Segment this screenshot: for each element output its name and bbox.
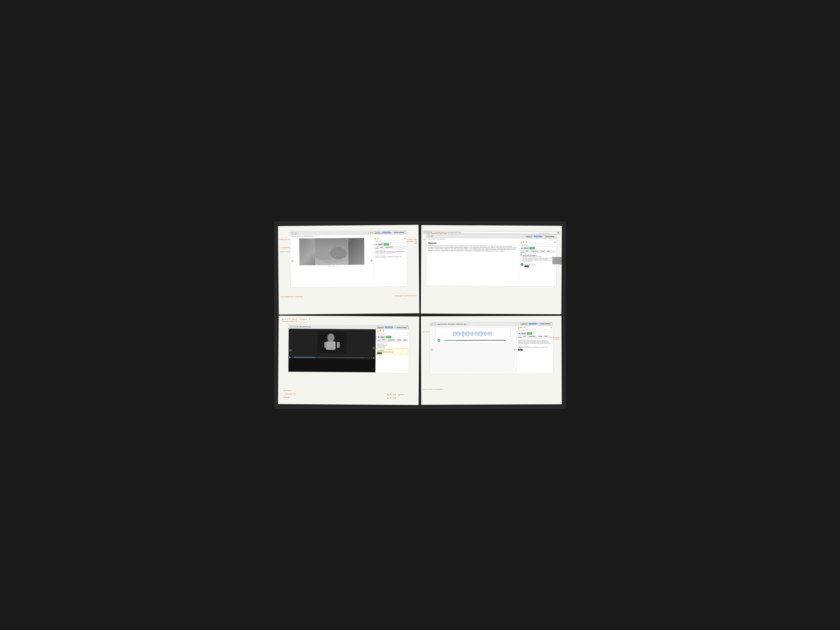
attachment-icon-bl: 📎 bbox=[377, 346, 379, 347]
tab-notes-tl[interactable]: notes bbox=[379, 246, 384, 248]
close-icon-tl[interactable]: ✕ bbox=[404, 237, 406, 239]
tab-ratings-bl[interactable]: ratings bbox=[396, 339, 402, 341]
svg-rect-10 bbox=[453, 332, 454, 336]
options-btn-tr[interactable]: Options ▾ bbox=[526, 235, 533, 237]
next-btn-tl[interactable]: › bbox=[370, 259, 373, 262]
note-input-tr[interactable] bbox=[520, 244, 556, 247]
tab-assignments-br[interactable]: assignments bbox=[527, 335, 537, 338]
add-btn-br[interactable]: Add bbox=[527, 332, 532, 335]
options-btn-bl[interactable]: Options ▾ bbox=[377, 326, 384, 328]
tab-all-tr[interactable]: all bbox=[521, 250, 524, 252]
close-icon-tr[interactable]: ✕ bbox=[554, 242, 556, 243]
back-btn-bl[interactable]: ‹ bbox=[290, 325, 292, 328]
fwd-btn-tr[interactable]: › bbox=[431, 235, 433, 237]
thumb-down-icon-tr[interactable]: 👎 bbox=[526, 242, 527, 243]
circle-x-2: ⊗ bbox=[371, 357, 372, 359]
tab-labels-tr[interactable]: labels bbox=[546, 250, 551, 252]
options-btn-br[interactable]: Options ▾ bbox=[520, 323, 528, 325]
tab-notes-br[interactable]: notes bbox=[522, 335, 527, 338]
tab-assignments-tl[interactable]: assignments bbox=[384, 246, 393, 248]
team-dropdown-bl[interactable]: Team ▾ bbox=[380, 336, 386, 338]
refresh-icon-tr[interactable]: ↻ bbox=[558, 232, 559, 234]
fwd-btn-bl[interactable]: › bbox=[293, 326, 295, 328]
next-btn-br[interactable]: › bbox=[513, 348, 516, 351]
prev-btn-tl[interactable]: ‹ bbox=[291, 260, 294, 262]
add-btn-tl[interactable]: Add bbox=[384, 243, 389, 245]
progress-bar-br[interactable] bbox=[444, 340, 506, 341]
tab-bar-bl: all notes assignments ratings labels bbox=[377, 338, 408, 342]
team-dropdown-tl[interactable]: Team ▾ bbox=[377, 243, 383, 246]
thumb-down-icon-br[interactable]: 👎 bbox=[523, 327, 525, 328]
thumb-up-icon-tr[interactable]: 👍 bbox=[520, 242, 522, 243]
svg-rect-25 bbox=[475, 332, 476, 336]
add-btn-tr[interactable]: Add bbox=[530, 247, 535, 249]
activity-rating-tab-br[interactable]: Activity & Rating bbox=[539, 322, 552, 325]
back-btn-tr[interactable]: ‹ bbox=[428, 235, 430, 237]
svg-rect-20 bbox=[468, 331, 469, 336]
tab-ratings-tr[interactable]: ratings bbox=[540, 250, 545, 252]
back-btn-tl[interactable]: ‹ bbox=[291, 232, 294, 234]
thumb-down-icon-tl[interactable]: 👎 bbox=[377, 238, 379, 240]
play-btn-bl[interactable]: ▶ bbox=[289, 356, 291, 358]
team-icon-bl: 👤 bbox=[378, 336, 379, 338]
thumb-up-icon-bl[interactable]: 👍 bbox=[377, 330, 379, 332]
note-input-br[interactable] bbox=[518, 329, 552, 332]
english-btn-bl[interactable]: English bbox=[377, 352, 382, 354]
tab-labels-bl[interactable]: labels bbox=[403, 339, 408, 341]
thumb-up-icon-tl[interactable]: 👍 bbox=[374, 238, 376, 240]
activity-rating-tab-bl[interactable]: Activity & Rating bbox=[395, 326, 408, 329]
status-badge-br[interactable]: In Progress bbox=[529, 323, 537, 325]
fwd-btn-br[interactable]: › bbox=[434, 323, 436, 325]
svg-rect-22 bbox=[471, 332, 472, 336]
prev-btn-bl[interactable]: ‹ bbox=[289, 349, 292, 352]
note-input-bl[interactable] bbox=[377, 333, 408, 335]
image-container-tl bbox=[299, 238, 365, 265]
tab-all-bl[interactable]: all bbox=[377, 339, 381, 341]
status-badge-bl[interactable]: In Progress bbox=[385, 327, 393, 328]
browser-fwd-tr[interactable]: › bbox=[427, 231, 429, 233]
team-dropdown-br[interactable]: Team ▾ bbox=[520, 332, 526, 335]
english-btn-br[interactable]: English bbox=[518, 349, 523, 351]
tab-notes-bl[interactable]: notes bbox=[381, 339, 387, 341]
attachment-link-bl[interactable]: 📎 Attachment bbox=[377, 346, 407, 347]
svg-rect-11 bbox=[455, 332, 455, 336]
sidebar-bl: 👍 🚩 👎 6 👤 Team ▾ Add all bbox=[376, 329, 409, 373]
browser-back-tr[interactable]: ‹ bbox=[424, 231, 426, 233]
tab-notes-tr[interactable]: notes bbox=[524, 250, 530, 252]
svg-rect-16 bbox=[462, 331, 463, 336]
tab-assignments-bl[interactable]: assignments bbox=[387, 339, 396, 341]
english-btn-tr[interactable]: English bbox=[524, 265, 529, 267]
volume-icon-bl[interactable]: 🔊 bbox=[373, 357, 375, 359]
close-icon-br[interactable]: ✕ bbox=[550, 327, 552, 328]
tab-all-tl[interactable]: all bbox=[375, 246, 379, 248]
content-tl: ‹ › Si bbox=[290, 237, 407, 285]
thumb-down-icon-bl[interactable]: 👎 bbox=[382, 330, 384, 332]
activity-rating-tab-tr[interactable]: Activity Rating bbox=[544, 235, 556, 238]
fwd-btn-tl[interactable]: › bbox=[295, 232, 297, 234]
tab-labels-br[interactable]: labels bbox=[543, 335, 549, 338]
prev-btn-br[interactable]: ‹ bbox=[430, 348, 433, 351]
paper-top-left: telling only one image? incompatibilitie… bbox=[278, 225, 419, 314]
paper-bottom-left: 🔒 📎 📋 ⚙ ○ Options ▾ In-Progress ▾ ✕ Subm… bbox=[278, 316, 419, 405]
back-btn-br[interactable]: ‹ bbox=[431, 323, 433, 325]
flag-icon-bl[interactable]: 🚩 bbox=[379, 330, 382, 332]
add-btn-bl[interactable]: Add bbox=[386, 336, 392, 338]
tab-assignments-tr[interactable]: assignments bbox=[530, 250, 539, 252]
flag-icon-tr[interactable]: 🚩 bbox=[523, 242, 525, 243]
progress-bar-bl[interactable] bbox=[294, 357, 365, 358]
team-dropdown-tr[interactable]: Team ▾ bbox=[523, 247, 529, 249]
tab-ratings-br[interactable]: ratings bbox=[537, 335, 543, 338]
activity-rating-tab-tl[interactable]: Activity & Rating bbox=[393, 231, 406, 234]
status-badge-tr[interactable]: In Progress bbox=[534, 235, 542, 237]
play-btn-br[interactable]: ▶ bbox=[437, 339, 441, 342]
lock-icon-tl: 🔒 bbox=[368, 232, 369, 234]
thumb-up-icon-br[interactable]: 👍 bbox=[517, 327, 519, 329]
waveform-br bbox=[437, 330, 508, 338]
flag-icon-br[interactable]: 🚩 bbox=[520, 327, 522, 328]
note-item-2-tl: 3 months, 3 days ago Assigned to Art San… bbox=[374, 254, 406, 258]
status-badge-tl[interactable]: In Progress bbox=[382, 232, 390, 233]
tab-all-br[interactable]: all bbox=[518, 335, 522, 338]
options-btn-tl[interactable]: Options ▾ bbox=[374, 232, 382, 234]
url-bar-tr[interactable]: https://submi ttable.revue wer.comsub mi… bbox=[433, 231, 557, 234]
note-input-tl[interactable] bbox=[374, 240, 406, 243]
